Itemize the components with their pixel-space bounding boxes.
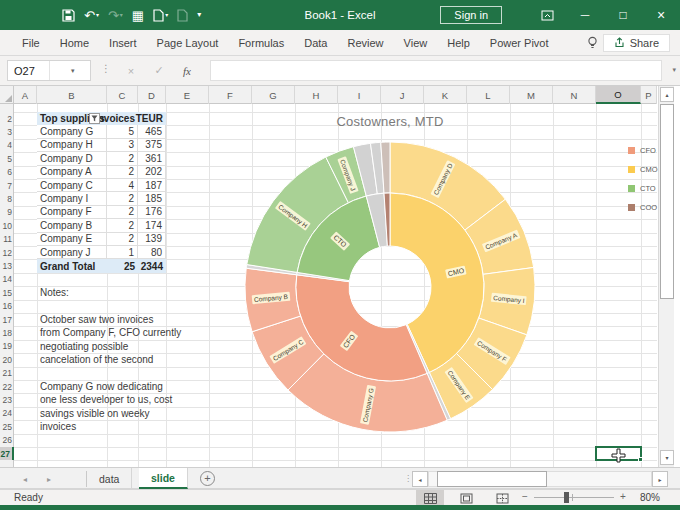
note-line[interactable]: negotiating possible xyxy=(40,340,128,353)
scroll-down-icon[interactable]: ▾ xyxy=(660,450,674,465)
table-cell[interactable]: 5 xyxy=(107,125,138,138)
ribbon-tab-formulas[interactable]: Formulas xyxy=(228,30,294,56)
maximize-icon[interactable]: □ xyxy=(604,0,642,30)
table-cell[interactable]: Grand Total xyxy=(37,259,107,272)
formula-input[interactable] xyxy=(210,60,662,81)
hscroll-right-icon[interactable]: ▸ xyxy=(652,471,668,487)
vertical-scrollbar[interactable]: ▴ ▾ xyxy=(658,86,674,467)
table-cell[interactable]: Company F xyxy=(37,206,107,219)
close-icon[interactable]: × xyxy=(642,0,680,30)
sunburst-chart[interactable] xyxy=(230,127,550,447)
table-cell[interactable]: Company B xyxy=(37,219,107,232)
column-header-P[interactable]: P xyxy=(641,86,657,104)
sheet-nav-right-icon[interactable]: ▸ xyxy=(38,468,60,490)
column-header-O[interactable]: O xyxy=(596,86,641,104)
sign-in-button[interactable]: Sign in xyxy=(440,6,502,24)
save-icon[interactable] xyxy=(62,9,75,22)
undo-icon[interactable]: ↶▾ xyxy=(84,9,99,22)
column-header-D[interactable]: D xyxy=(138,86,166,104)
touch-mouse-mode-icon[interactable]: ▦ xyxy=(132,9,144,22)
new-sheet-button[interactable]: + xyxy=(200,471,215,486)
legend-item-cto[interactable]: CTO xyxy=(628,184,658,193)
page-break-view-icon[interactable] xyxy=(488,490,516,506)
ribbon-tab-power-pivot[interactable]: Power Pivot xyxy=(480,30,559,56)
note-line[interactable]: one less developer to us, cost xyxy=(40,393,172,406)
table-cell[interactable]: Company J xyxy=(37,246,107,259)
vertical-scroll-thumb[interactable] xyxy=(660,104,674,299)
undo-dropdown-icon[interactable]: ▾ xyxy=(96,12,99,18)
table-cell[interactable]: 361 xyxy=(138,152,166,165)
row-header-9[interactable]: 9 xyxy=(0,206,14,219)
row-header-16[interactable]: 16 xyxy=(0,300,14,313)
select-all-button[interactable] xyxy=(0,86,14,104)
note-line[interactable]: from Company F, CFO currently xyxy=(40,326,181,339)
column-header-B[interactable]: B xyxy=(37,86,107,104)
table-cell[interactable]: 2 xyxy=(107,233,138,246)
table-cell[interactable]: 174 xyxy=(138,219,166,232)
table-cell[interactable]: 3 xyxy=(107,139,138,152)
ribbon-tab-view[interactable]: View xyxy=(394,30,438,56)
row-header-5[interactable]: 5 xyxy=(0,152,14,165)
column-header-N[interactable]: N xyxy=(553,86,596,104)
tab-split-handle[interactable]: ⋮ xyxy=(404,474,412,483)
table-cell[interactable]: 465 xyxy=(138,125,166,138)
minimize-icon[interactable]: ─ xyxy=(566,0,604,30)
column-header-L[interactable]: L xyxy=(467,86,510,104)
table-cell[interactable]: 202 xyxy=(138,166,166,179)
row-header-4[interactable]: 4 xyxy=(0,139,14,152)
column-header-H[interactable]: H xyxy=(295,86,338,104)
table-cell[interactable]: 2344 xyxy=(138,259,166,272)
row-header-7[interactable]: 7 xyxy=(0,179,14,192)
share-button[interactable]: Share xyxy=(603,34,670,52)
fill-handle[interactable] xyxy=(638,457,643,462)
ribbon-tab-file[interactable]: File xyxy=(12,30,50,56)
table-cell[interactable]: 2 xyxy=(107,192,138,205)
table-cell[interactable]: 375 xyxy=(138,139,166,152)
hscroll-left-icon[interactable]: ◂ xyxy=(412,471,428,487)
table-cell[interactable]: 176 xyxy=(138,206,166,219)
name-box[interactable]: O27 ▾ xyxy=(7,60,91,81)
table-cell[interactable]: 2 xyxy=(107,219,138,232)
row-header-25[interactable]: 25 xyxy=(0,420,14,433)
sheet-tab-slide[interactable]: slide xyxy=(139,468,188,489)
row-header-21[interactable]: 21 xyxy=(0,367,14,380)
table-cell[interactable]: 1 xyxy=(107,246,138,259)
row-header-8[interactable]: 8 xyxy=(0,192,14,205)
sheet-tab-data[interactable]: data xyxy=(87,468,132,489)
legend-item-coo[interactable]: COO xyxy=(628,203,658,212)
row-header-10[interactable]: 10 xyxy=(0,219,14,232)
row-header-17[interactable]: 17 xyxy=(0,313,14,326)
row-header-24[interactable]: 24 xyxy=(0,407,14,420)
ribbon-tab-page-layout[interactable]: Page Layout xyxy=(147,30,229,56)
table-cell[interactable]: 2 xyxy=(107,166,138,179)
table-cell[interactable]: 185 xyxy=(138,192,166,205)
table-cell[interactable]: 2 xyxy=(107,206,138,219)
table-cell[interactable]: 25 xyxy=(107,259,138,272)
customize-quick-access-toolbar-icon[interactable]: ▾ xyxy=(197,11,201,19)
zoom-level[interactable]: 80% xyxy=(640,492,660,503)
spreadsheet-grid[interactable]: ABCDEFGHIJKLMNOP234567891011121314151617… xyxy=(0,86,680,467)
note-line[interactable]: cancelation of the second xyxy=(40,353,153,366)
row-header-11[interactable]: 11 xyxy=(0,233,14,246)
row-header-19[interactable]: 19 xyxy=(0,340,14,353)
ribbon-display-options-icon[interactable] xyxy=(528,0,566,30)
filter-icon[interactable] xyxy=(89,113,100,124)
column-header-I[interactable]: I xyxy=(338,86,381,104)
row-header-27[interactable]: 27 xyxy=(0,447,14,460)
insert-function-icon[interactable]: fx xyxy=(176,60,198,81)
row-header-2[interactable]: 2 xyxy=(0,112,14,125)
ribbon-tab-review[interactable]: Review xyxy=(337,30,393,56)
note-line[interactable]: savings visible on weeky xyxy=(40,407,150,420)
table-cell[interactable]: Company I xyxy=(37,192,107,205)
row-header-20[interactable]: 20 xyxy=(0,353,14,366)
note-line[interactable]: invoices xyxy=(40,420,76,433)
row-header-13[interactable]: 13 xyxy=(0,259,14,272)
table-cell[interactable]: Invoices xyxy=(107,112,138,125)
table-cell[interactable]: 2 xyxy=(107,152,138,165)
table-cell[interactable]: 187 xyxy=(138,179,166,192)
column-header-A[interactable]: A xyxy=(14,86,37,104)
name-box-dropdown-icon[interactable]: ▾ xyxy=(49,61,91,80)
row-header-26[interactable]: 26 xyxy=(0,434,14,447)
table-cell[interactable]: Company C xyxy=(37,179,107,192)
ribbon-tab-home[interactable]: Home xyxy=(50,30,99,56)
